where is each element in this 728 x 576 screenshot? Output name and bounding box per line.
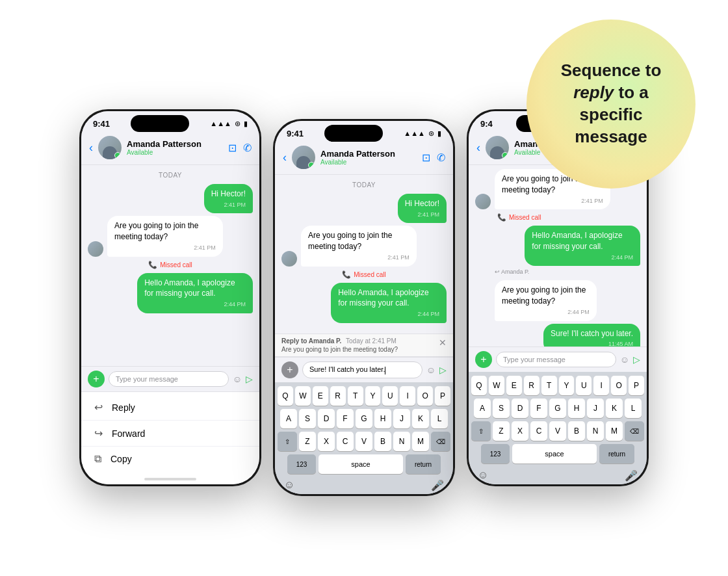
key-backspace[interactable]: ⌫ [431, 432, 450, 451]
key-3-backspace[interactable]: ⌫ [625, 421, 644, 441]
message-input-2[interactable]: Sure! I'll catch you later. [302, 361, 422, 378]
input-actions-1: ☺ ▷ [233, 374, 253, 384]
video-icon-2[interactable]: ⊡ [422, 151, 430, 164]
message-input-1[interactable]: Type your message [109, 371, 229, 387]
key-S[interactable]: S [299, 409, 316, 428]
key-3-K[interactable]: K [606, 399, 623, 418]
key-3-shift[interactable]: ⇧ [471, 421, 491, 441]
key-3-R[interactable]: R [524, 376, 540, 395]
key-3-Q[interactable]: Q [471, 376, 487, 395]
key-3-U[interactable]: U [576, 376, 592, 395]
back-button-2[interactable]: ‹ [283, 151, 287, 164]
bubble-time-2-2: 2:41 PM [308, 254, 410, 262]
key-space[interactable]: space [318, 454, 403, 474]
key-X[interactable]: X [318, 432, 335, 451]
emoji-icon-1[interactable]: ☺ [233, 374, 242, 384]
phone-call-icon-2[interactable]: ✆ [437, 151, 445, 164]
emoji-keyboard-icon[interactable]: ☺ [284, 479, 294, 491]
key-3-P[interactable]: P [629, 376, 644, 395]
key-3-Z[interactable]: Z [493, 421, 510, 441]
key-P[interactable]: P [435, 386, 450, 406]
key-return[interactable]: return [406, 454, 441, 474]
key-3-A[interactable]: A [474, 399, 491, 418]
key-3-E[interactable]: E [506, 376, 522, 395]
key-G[interactable]: G [356, 409, 372, 428]
context-copy[interactable]: ⧉ Copy [81, 447, 259, 471]
key-N[interactable]: N [393, 432, 410, 451]
mic-icon-3[interactable]: 🎤 [625, 469, 638, 482]
add-button-2[interactable]: + [281, 361, 298, 378]
key-3-V[interactable]: V [549, 421, 566, 441]
key-3-O[interactable]: O [611, 376, 627, 395]
key-3-W[interactable]: W [489, 376, 504, 395]
back-button-3[interactable]: ‹ [476, 141, 480, 155]
key-3-D[interactable]: D [512, 399, 528, 418]
key-3-X[interactable]: X [512, 421, 528, 441]
key-B[interactable]: B [374, 432, 391, 451]
key-123[interactable]: 123 [287, 454, 316, 474]
key-3-T[interactable]: T [541, 376, 557, 395]
reply-context-content: Reply to Amanda P. Today at 2:41 PM Are … [281, 337, 398, 353]
context-reply[interactable]: ↩ Reply [81, 395, 259, 421]
key-A[interactable]: A [280, 409, 297, 428]
key-3-C[interactable]: C [530, 421, 547, 441]
key-H[interactable]: H [374, 409, 391, 428]
online-indicator-3 [502, 152, 508, 159]
key-3-space[interactable]: space [512, 444, 597, 464]
send-button-1[interactable]: ▷ [246, 374, 253, 384]
send-button-2[interactable]: ▷ [439, 365, 447, 375]
key-W[interactable]: W [295, 386, 311, 406]
key-3-J[interactable]: J [587, 399, 604, 418]
emoji-icon-3[interactable]: ☺ [620, 354, 629, 365]
key-J[interactable]: J [393, 409, 410, 428]
key-3-L[interactable]: L [625, 399, 642, 418]
bubble-text-1-2: Are you going to join the meeting today? [114, 220, 216, 242]
key-3-return[interactable]: return [599, 444, 634, 464]
key-I[interactable]: I [400, 386, 415, 406]
key-Z[interactable]: Z [299, 432, 316, 451]
key-3-B[interactable]: B [568, 421, 585, 441]
key-3-S[interactable]: S [493, 399, 510, 418]
key-3-N[interactable]: N [587, 421, 604, 441]
key-C[interactable]: C [337, 432, 354, 451]
key-3-Y[interactable]: Y [559, 376, 575, 395]
key-V[interactable]: V [356, 432, 372, 451]
emoji-icon-2[interactable]: ☺ [426, 365, 436, 375]
key-Y[interactable]: Y [365, 386, 381, 406]
message-input-3[interactable]: Type your message [496, 352, 616, 367]
key-L[interactable]: L [431, 409, 448, 428]
key-R[interactable]: R [330, 386, 346, 406]
bubble-time-1-2: 2:41 PM [114, 244, 216, 252]
key-U[interactable]: U [382, 386, 398, 406]
key-3-M[interactable]: M [606, 421, 623, 441]
add-button-1[interactable]: + [88, 371, 105, 387]
copy-icon: ⧉ [94, 453, 101, 465]
reply-close-button[interactable]: ✕ [439, 337, 447, 348]
badge-text: Sequence toreply to aspecificmessage [548, 47, 675, 161]
key-3-123[interactable]: 123 [481, 444, 510, 464]
bubble-time-3-4: 2:44 PM [502, 308, 590, 317]
mic-icon[interactable]: 🎤 [431, 479, 444, 491]
key-F[interactable]: F [337, 409, 354, 428]
add-button-3[interactable]: + [475, 351, 492, 368]
wifi-icon-2: ⊛ [428, 129, 434, 138]
key-3-H[interactable]: H [568, 399, 585, 418]
key-3-I[interactable]: I [593, 376, 609, 395]
key-T[interactable]: T [348, 386, 363, 406]
video-icon-1[interactable]: ⊡ [228, 142, 237, 154]
key-Q[interactable]: Q [278, 386, 293, 406]
key-K[interactable]: K [412, 409, 429, 428]
key-M[interactable]: M [412, 432, 429, 451]
key-D[interactable]: D [318, 409, 335, 428]
key-E[interactable]: E [313, 386, 328, 406]
back-button-1[interactable]: ‹ [89, 141, 93, 155]
key-3-G[interactable]: G [549, 399, 566, 418]
context-forward[interactable]: ↪ Forward [81, 421, 259, 447]
send-button-3[interactable]: ▷ [633, 354, 640, 365]
emoji-keyboard-icon-3[interactable]: ☺ [478, 469, 488, 482]
key-shift[interactable]: ⇧ [278, 432, 297, 451]
key-O[interactable]: O [417, 386, 433, 406]
key-3-F[interactable]: F [530, 399, 547, 418]
phone-call-icon-1[interactable]: ✆ [243, 142, 252, 154]
bubble-2-1: Hi Hector! 2:41 PM [398, 194, 447, 223]
